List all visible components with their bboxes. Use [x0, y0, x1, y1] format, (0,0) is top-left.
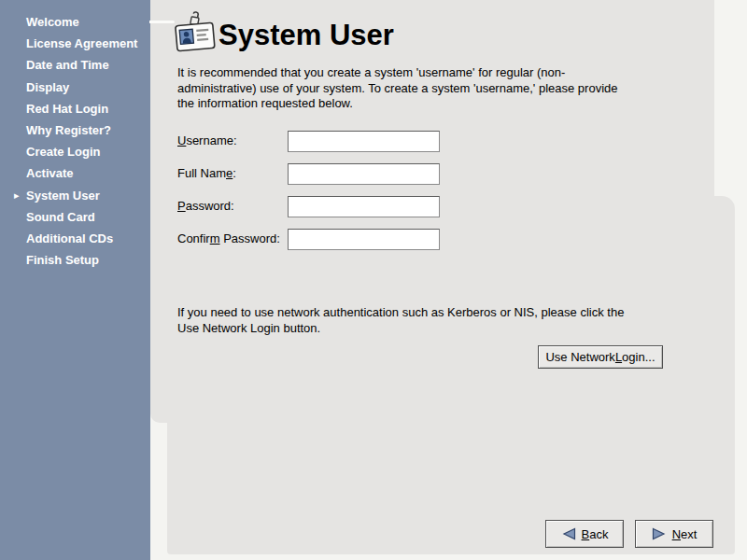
button-label: ogin... — [622, 350, 655, 364]
label-text: Confir — [177, 231, 210, 245]
sidebar-item-date-and-time: Date and Time — [0, 54, 150, 76]
confirm-password-label: Confirm Password: — [177, 231, 280, 245]
sidebar-item-label: System User — [26, 189, 100, 203]
current-step-arrow-icon: ▸ — [14, 185, 20, 206]
network-auth-line: If you need to use network authenticatio… — [177, 305, 624, 321]
page-title: System User — [218, 19, 394, 52]
label-text: : — [233, 166, 236, 180]
sidebar-item-additional-cds: Additional CDs — [0, 228, 150, 249]
intro-text: It is recommended that you create a syst… — [177, 65, 618, 112]
next-button[interactable]: Next — [635, 520, 713, 548]
sidebar-item-label: Activate — [26, 166, 74, 180]
back-button[interactable]: Back — [545, 520, 624, 548]
id-badge-icon — [174, 11, 217, 54]
sidebar-item-label: Sound Card — [26, 210, 95, 224]
label-text: Password: — [220, 231, 280, 245]
back-arrow-icon — [561, 527, 576, 540]
intro-line: It is recommended that you create a syst… — [177, 65, 618, 81]
label-mnemonic: P — [177, 199, 186, 213]
sidebar-item-label: Why Register? — [26, 123, 111, 137]
sidebar-item-red-hat-login: Red Hat Login — [0, 98, 150, 119]
button-label: ack — [589, 527, 608, 541]
sidebar-item-label: Create Login — [26, 145, 100, 159]
confirm-password-field[interactable] — [288, 229, 440, 250]
label-mnemonic: U — [177, 133, 186, 147]
sidebar-item-system-user-current: ▸ System User — [0, 185, 150, 206]
button-mnemonic: N — [672, 527, 681, 541]
setup-steps-list: Welcome License Agreement Date and Time … — [0, 11, 150, 271]
sidebar-item-label: Red Hat Login — [26, 102, 108, 116]
sidebar-item-label: License Agreement — [26, 36, 137, 50]
sidebar-connector-line — [149, 21, 175, 23]
sidebar-item-welcome: Welcome — [0, 11, 150, 33]
network-auth-text: If you need to use network authenticatio… — [177, 305, 624, 336]
sidebar-item-sound-card: Sound Card — [0, 206, 150, 228]
label-mnemonic: m — [210, 231, 220, 245]
sidebar-item-why-register: Why Register? — [0, 119, 150, 141]
full-name-label: Full Name: — [177, 166, 236, 180]
button-label: Use Network — [545, 350, 614, 364]
sidebar-item-label: Date and Time — [26, 58, 109, 72]
intro-line: the information requested below. — [177, 96, 618, 112]
next-arrow-icon — [652, 527, 667, 540]
username-label: Username: — [177, 133, 237, 147]
label-text: assword: — [186, 199, 234, 213]
sidebar-item-display: Display — [0, 77, 150, 98]
sidebar-item-label: Additional CDs — [26, 231, 113, 245]
sidebar-item-create-login: Create Login — [0, 141, 150, 162]
sidebar-item-activate: Activate — [0, 162, 150, 184]
sidebar-item-label: Finish Setup — [26, 253, 99, 267]
label-text: Full Nam — [177, 166, 226, 180]
password-field[interactable] — [288, 196, 440, 217]
label-text: sername: — [186, 133, 236, 147]
button-mnemonic: B — [582, 527, 590, 541]
use-network-login-button[interactable]: Use Network Login... — [538, 345, 663, 369]
sidebar-item-finish-setup: Finish Setup — [0, 249, 150, 271]
setup-steps-sidebar: Welcome License Agreement Date and Time … — [0, 0, 150, 560]
network-auth-line: Use Network Login button. — [177, 321, 624, 337]
intro-line: administrative) use of your system. To c… — [177, 81, 618, 97]
full-name-field[interactable] — [288, 163, 440, 185]
sidebar-item-license-agreement: License Agreement — [0, 33, 150, 54]
next-button-label: Next — [672, 527, 698, 541]
sidebar-item-label: Welcome — [26, 15, 79, 29]
content-panel-bottom — [167, 196, 735, 554]
button-mnemonic: L — [615, 350, 622, 364]
back-button-label: Back — [582, 527, 609, 541]
sidebar-item-label: Display — [26, 80, 69, 94]
username-field[interactable] — [288, 131, 440, 152]
password-label: Password: — [177, 199, 234, 213]
button-label: ext — [681, 527, 697, 541]
